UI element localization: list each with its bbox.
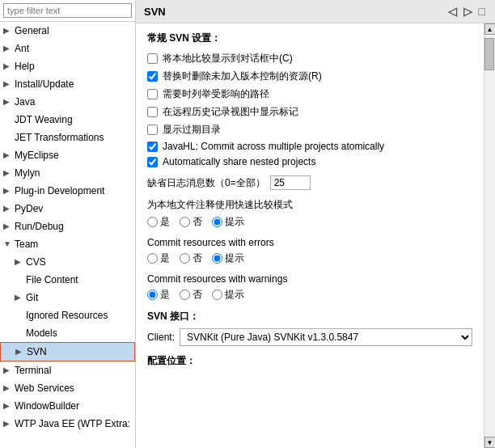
- checkbox-label-show-expired: 显示过期目录: [163, 123, 221, 137]
- svn-interface-section: SVN 接口： Client: SVNKit (Pure Java) SVNKi…: [147, 310, 472, 346]
- right-scrollbar: ▲ ▼: [484, 23, 495, 448]
- sidebar-item-file-content[interactable]: File Content: [0, 271, 135, 289]
- sidebar-item-cvs[interactable]: ▶CVS: [0, 253, 135, 271]
- compare-mode-options: 是 否 提示: [147, 215, 472, 229]
- sidebar-item-jdt-weaving[interactable]: JDT Weaving: [0, 111, 135, 129]
- sidebar-item-label-java: Java: [15, 95, 132, 109]
- arrow-icon-myeclipse: ▶: [3, 148, 15, 163]
- sidebar-item-myeclipse[interactable]: ▶MyEclipse: [0, 146, 135, 164]
- client-label: Client:: [147, 332, 175, 343]
- sidebar-item-java[interactable]: ▶Java: [0, 93, 135, 111]
- checkbox-label-javaHL-commit: JavaHL: Commit across multiple projects …: [163, 141, 384, 152]
- checkbox-label-show-compare: 将本地比较显示到对话框中(C): [163, 52, 293, 66]
- restore-icon[interactable]: □: [477, 5, 487, 18]
- sidebar-item-label-plugin-development: Plug-in Development: [15, 184, 132, 198]
- warnings-yes: 是: [147, 288, 170, 302]
- sidebar-item-label-ignored-resources: Ignored Resources: [26, 308, 132, 323]
- compare-no-radio[interactable]: [180, 217, 190, 227]
- sidebar-item-team[interactable]: ▼Team: [0, 235, 135, 253]
- sidebar-item-ant[interactable]: ▶Ant: [0, 40, 135, 57]
- scroll-up-button[interactable]: ▲: [484, 23, 496, 35]
- client-row: Client: SVNKit (Pure Java) SVNKit v1.3.0…: [147, 328, 472, 346]
- checkbox-show-revision-view[interactable]: [147, 107, 158, 117]
- checkbox-row-show-expired: 显示过期目录: [147, 123, 472, 137]
- checkbox-show-expired[interactable]: [147, 125, 158, 135]
- sidebar-item-label-mylyn: Mylyn: [15, 166, 132, 180]
- filter-container: [0, 0, 135, 22]
- forward-icon[interactable]: ▷: [462, 5, 474, 18]
- checkbox-label-show-revision-view: 在远程历史记录视图中显示标记: [163, 105, 298, 119]
- warnings-no-radio[interactable]: [180, 290, 190, 300]
- errors-prompt-radio[interactable]: [212, 253, 222, 264]
- warnings-no-label: 否: [192, 288, 202, 302]
- commit-warnings-section: Commit resources with warnings 是 否 提示: [147, 273, 472, 302]
- scroll-down-button[interactable]: ▼: [484, 437, 496, 448]
- compare-no-label: 否: [192, 215, 202, 229]
- errors-no-radio[interactable]: [180, 253, 190, 264]
- sidebar-item-label-myeclipse: MyEclipse: [15, 148, 132, 163]
- commit-errors-title: Commit resources with errors: [147, 237, 472, 248]
- scroll-track: [484, 35, 495, 437]
- sidebar-item-wtp-java-ee[interactable]: ▶WTP Java EE (WTP Extra:: [0, 415, 135, 433]
- sidebar-item-ignored-resources[interactable]: Ignored Resources: [0, 306, 135, 324]
- commit-warnings-options: 是 否 提示: [147, 288, 472, 302]
- checkbox-list-affected[interactable]: [147, 89, 158, 99]
- sidebar-item-mylyn[interactable]: ▶Mylyn: [0, 164, 135, 182]
- arrow-icon-wtp-java-ee: ▶: [3, 416, 15, 431]
- sidebar: ▶General▶Ant▶Help▶Install/Update▶JavaJDT…: [0, 0, 136, 448]
- checkbox-row-replace-delete: 替换时删除未加入版本控制的资源(R): [147, 70, 472, 83]
- compare-prompt-radio[interactable]: [212, 217, 222, 227]
- compare-yes-radio[interactable]: [147, 217, 158, 227]
- sidebar-item-label-help: Help: [15, 59, 132, 74]
- checkbox-show-compare[interactable]: [147, 53, 158, 64]
- arrow-icon-general: ▶: [3, 23, 15, 38]
- sidebar-item-general[interactable]: ▶General: [0, 22, 135, 40]
- back-icon[interactable]: ◁: [446, 5, 459, 18]
- sidebar-item-plugin-development[interactable]: ▶Plug-in Development: [0, 182, 135, 200]
- log-section: 缺省日志消息数（0=全部）: [147, 175, 472, 190]
- sidebar-item-label-wtp-java-ee: WTP Java EE (WTP Extra:: [15, 416, 132, 431]
- sidebar-item-web-services[interactable]: ▶Web Services: [0, 379, 135, 397]
- sidebar-item-label-jdt-weaving: JDT Weaving: [15, 112, 132, 127]
- checkbox-replace-delete[interactable]: [147, 71, 158, 82]
- sidebar-item-label-svn: SVN: [27, 344, 131, 359]
- header-icons: ◁ ▷ □: [446, 5, 487, 18]
- checkbox-javaHL-commit[interactable]: [147, 142, 158, 152]
- sidebar-item-jet-transformations[interactable]: JET Transformations: [0, 129, 135, 146]
- warnings-prompt-radio[interactable]: [212, 290, 222, 300]
- sidebar-item-window-builder[interactable]: ▶WindowBuilder: [0, 397, 135, 415]
- warnings-no: 否: [180, 288, 202, 302]
- scroll-thumb[interactable]: [484, 38, 494, 70]
- sidebar-item-svn[interactable]: ▶SVN: [0, 342, 135, 361]
- sidebar-item-label-general: General: [15, 23, 132, 38]
- checkbox-auto-share[interactable]: [147, 157, 158, 167]
- arrow-icon-pydev: ▶: [3, 201, 15, 216]
- log-value-input[interactable]: [270, 175, 311, 190]
- errors-yes-radio[interactable]: [147, 253, 158, 264]
- checkbox-row-show-compare: 将本地比较显示到对话框中(C): [147, 52, 472, 66]
- sidebar-item-install-update[interactable]: ▶Install/Update: [0, 75, 135, 93]
- arrow-icon-run-debug: ▶: [3, 219, 15, 234]
- compare-yes: 是: [147, 215, 170, 229]
- arrow-icon-ant: ▶: [3, 41, 15, 56]
- log-label: 缺省日志消息数（0=全部）: [147, 176, 265, 190]
- compare-mode-section: 为本地文件注释使用快速比较模式 是 否 提示: [147, 198, 472, 229]
- sidebar-item-git[interactable]: ▶Git: [0, 289, 135, 306]
- main-container: ▶General▶Ant▶Help▶Install/Update▶JavaJDT…: [0, 0, 495, 448]
- sidebar-item-help[interactable]: ▶Help: [0, 57, 135, 75]
- sidebar-item-pydev[interactable]: ▶PyDev: [0, 200, 135, 218]
- warnings-yes-radio[interactable]: [147, 290, 158, 300]
- sidebar-item-label-git: Git: [26, 290, 132, 305]
- filter-input[interactable]: [3, 3, 132, 18]
- arrow-icon-help: ▶: [3, 59, 15, 74]
- warnings-prompt-label: 提示: [225, 288, 244, 302]
- sidebar-item-models[interactable]: Models: [0, 324, 135, 342]
- errors-prompt-label: 提示: [225, 251, 244, 265]
- sidebar-item-label-cvs: CVS: [26, 255, 132, 269]
- sidebar-item-label-jet-transformations: JET Transformations: [15, 130, 132, 145]
- checkbox-row-auto-share: Automatically share nested projects: [147, 156, 472, 167]
- sidebar-item-run-debug[interactable]: ▶Run/Debug: [0, 218, 135, 235]
- sidebar-item-terminal[interactable]: ▶Terminal: [0, 361, 135, 379]
- client-select[interactable]: SVNKit (Pure Java) SVNKit v1.3.0.5847: [180, 328, 472, 346]
- sidebar-item-label-terminal: Terminal: [15, 363, 132, 378]
